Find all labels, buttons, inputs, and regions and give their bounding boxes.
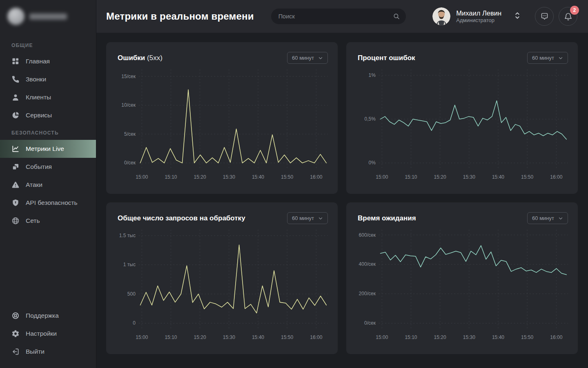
user-meta[interactable]: Михаил Левин Администратор <box>456 9 501 24</box>
svg-text:15:00: 15:00 <box>136 334 148 340</box>
svg-text:15:30: 15:30 <box>463 334 475 340</box>
search-box <box>271 9 406 24</box>
svg-text:1%: 1% <box>369 72 376 78</box>
svg-text:16:00: 16:00 <box>310 334 322 340</box>
sidebar-item-logout[interactable]: Выйти <box>0 343 96 361</box>
sidebar-item-label: Сервисы <box>26 112 52 119</box>
svg-text:15:30: 15:30 <box>223 334 235 340</box>
chevron-down-icon <box>318 56 323 61</box>
phone-icon <box>11 75 20 83</box>
sidebar-item-calls[interactable]: Звонки <box>0 70 96 88</box>
chart-total-requests: 15:0015:1015:2015:3015:4015:5016:001.5 т… <box>114 227 330 345</box>
svg-text:500: 500 <box>127 291 136 297</box>
svg-text:15:40: 15:40 <box>252 334 264 340</box>
panel-title: Ошибки (5xx) <box>118 54 163 62</box>
sidebar-footer: Поддержка Настройки Выйти <box>0 307 96 368</box>
topbar: Метрики в реальном времени <box>96 0 588 33</box>
gear-icon <box>11 330 20 338</box>
user-role: Администратор <box>456 17 501 24</box>
search-icon[interactable] <box>393 13 400 20</box>
panel-header: Время ожидания 60 минут <box>354 211 570 227</box>
sidebar-item-api-security[interactable]: API безопасность <box>0 194 96 212</box>
user-icon <box>11 93 20 101</box>
svg-text:15:40: 15:40 <box>492 334 504 340</box>
lifebuoy-icon <box>11 312 20 320</box>
sidebar-item-clients[interactable]: Клиенты <box>0 88 96 106</box>
svg-text:15:10: 15:10 <box>165 174 177 180</box>
svg-text:15:20: 15:20 <box>434 334 446 340</box>
main-area: Метрики в реальном времени <box>96 0 588 368</box>
sidebar-item-label: Выйти <box>26 348 45 355</box>
sidebar-item-attacks[interactable]: Атаки <box>0 176 96 194</box>
sidebar-item-support[interactable]: Поддержка <box>0 307 96 325</box>
sidebar-item-label: Звонки <box>26 76 46 83</box>
svg-text:0%: 0% <box>369 160 376 166</box>
panel-header: Ошибки (5xx) 60 минут <box>114 50 330 66</box>
sidebar-item-events[interactable]: События <box>0 158 96 176</box>
avatar-image <box>432 7 450 25</box>
svg-text:200/сек: 200/сек <box>359 291 376 296</box>
svg-text:15:40: 15:40 <box>252 174 264 180</box>
sidebar-item-label: Атаки <box>26 181 42 188</box>
nav-section-security: БЕЗОПАСНОСТЬ <box>0 124 96 140</box>
globe-icon <box>11 217 20 225</box>
page-title: Метрики в реальном времени <box>106 11 254 22</box>
sidebar-item-network[interactable]: Сеть <box>0 212 96 230</box>
notifications-button[interactable]: 2 <box>559 7 577 26</box>
chart-line-icon <box>11 145 20 153</box>
svg-text:15:10: 15:10 <box>405 334 417 340</box>
pie-chart-icon <box>11 111 20 119</box>
svg-text:15/сек: 15/сек <box>121 74 136 79</box>
panel-errors-5xx: Ошибки (5xx) 60 минут 15:0015:1015:2015:… <box>106 42 338 194</box>
svg-text:0/сек: 0/сек <box>364 320 376 326</box>
panel-title-text: Ошибки <box>118 54 145 62</box>
sidebar-item-label: API безопасность <box>26 199 78 206</box>
nav-section-general: ОБЩИЕ <box>0 37 96 52</box>
chevron-down-icon <box>558 56 563 61</box>
shield-key-icon <box>11 199 20 207</box>
svg-text:0: 0 <box>133 320 136 326</box>
svg-text:5/сек: 5/сек <box>124 131 136 137</box>
time-range-select[interactable]: 60 минут <box>287 52 328 64</box>
svg-text:15:00: 15:00 <box>376 334 388 340</box>
panel-title: Время ожидания <box>358 214 416 222</box>
search-input[interactable] <box>278 13 393 20</box>
user-name: Михаил Левин <box>456 9 501 18</box>
svg-text:15:00: 15:00 <box>376 174 388 180</box>
svg-text:15:50: 15:50 <box>521 334 533 340</box>
messages-button[interactable] <box>535 7 554 26</box>
avatar[interactable] <box>432 7 450 25</box>
sidebar-item-services[interactable]: Сервисы <box>0 106 96 124</box>
svg-text:600/сек: 600/сек <box>359 232 376 238</box>
sidebar-nav: ОБЩИЕ Главная Звонки Клиенты <box>0 33 96 230</box>
svg-text:16:00: 16:00 <box>550 334 562 340</box>
sidebar-item-label: Поддержка <box>26 312 59 319</box>
user-menu-toggle[interactable] <box>514 11 521 22</box>
svg-text:15:30: 15:30 <box>223 174 235 180</box>
svg-text:15:30: 15:30 <box>463 174 475 180</box>
svg-text:15:50: 15:50 <box>281 174 293 180</box>
svg-text:15:40: 15:40 <box>492 174 504 180</box>
sidebar-item-metrics-live[interactable]: Метрики Live <box>0 140 96 158</box>
chart-latency: 15:0015:1015:2015:3015:4015:5016:00600/с… <box>354 227 570 345</box>
time-range-select[interactable]: 60 минут <box>527 52 568 64</box>
time-range-select[interactable]: 60 минут <box>527 212 568 224</box>
chevron-down-icon <box>558 216 563 221</box>
sidebar: ОБЩИЕ Главная Звонки Клиенты <box>0 0 96 368</box>
svg-text:1 тыс: 1 тыс <box>123 262 136 267</box>
logo-mark-redacted <box>7 8 24 25</box>
panel-title-text: Время ожидания <box>358 214 416 222</box>
sidebar-item-settings[interactable]: Настройки <box>0 325 96 343</box>
panel-title: Общее число запросов на обработку <box>118 214 245 222</box>
sidebar-item-label: Метрики Live <box>26 145 64 153</box>
svg-text:1.5 тыс: 1.5 тыс <box>119 233 136 238</box>
sidebar-item-home[interactable]: Главная <box>0 52 96 70</box>
time-range-select[interactable]: 60 минут <box>287 212 328 224</box>
sidebar-item-label: Клиенты <box>26 94 51 101</box>
grid-icon <box>11 57 20 65</box>
logo <box>0 0 96 33</box>
dashboard-grid: Ошибки (5xx) 60 минут 15:0015:1015:2015:… <box>96 33 588 368</box>
panel-title-suffix: (5xx) <box>147 54 163 62</box>
sidebar-item-label: События <box>26 163 52 171</box>
time-range-value: 60 минут <box>532 215 554 221</box>
